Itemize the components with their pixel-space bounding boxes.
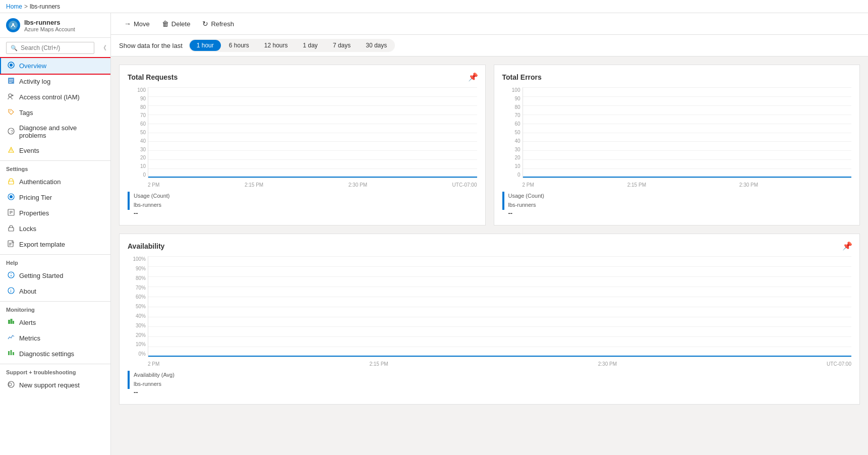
settings-section-label: Settings: [0, 160, 110, 174]
availability-y-labels: 100%90%80%70%60%50%40%30%20%10%0%: [131, 256, 146, 357]
availability-card: Availability 📌 100%90%80%70%60%50%40%30%…: [119, 234, 860, 405]
time-pill-12hours[interactable]: 12 hours: [257, 40, 295, 51]
properties-icon: [7, 209, 15, 217]
svg-rect-23: [9, 227, 14, 231]
total-requests-card: Total Requests 📌 1009080706050403020100: [119, 65, 486, 225]
sidebar-item-authentication[interactable]: Authentication: [0, 174, 110, 190]
total-requests-pin-button[interactable]: 📌: [467, 71, 479, 83]
svg-point-8: [9, 94, 12, 97]
time-pill-30days[interactable]: 30 days: [359, 40, 394, 51]
move-icon: →: [124, 20, 131, 28]
time-pill-1hour[interactable]: 1 hour: [190, 40, 221, 51]
sidebar-item-diagnose[interactable]: ? Diagnose and solve problems: [0, 121, 110, 143]
refresh-icon: ↻: [202, 20, 208, 28]
total-errors-x-labels: 2 PM2:15 PM2:30 PM: [523, 182, 852, 188]
svg-point-40: [9, 383, 12, 386]
total-requests-title: Total Requests: [128, 73, 477, 81]
monitoring-section-label: Monitoring: [0, 301, 110, 315]
total-requests-legend-bar: [128, 192, 130, 210]
svg-rect-6: [9, 81, 13, 81]
sidebar-item-activity-log[interactable]: Activity log: [0, 74, 110, 89]
toolbar: → Move 🗑 Delete ↻ Refresh: [111, 13, 868, 35]
sidebar-item-activity-log-label: Activity log: [19, 78, 50, 85]
svg-point-18: [10, 195, 13, 198]
sidebar-item-access-control[interactable]: Access control (IAM): [0, 89, 110, 105]
tags-icon: [7, 108, 15, 117]
metrics-icon: [7, 334, 15, 343]
availability-legend: Availability (Avg) lbs-runners --: [128, 371, 851, 396]
availability-pin-button[interactable]: 📌: [841, 240, 853, 252]
move-button[interactable]: → Move: [119, 17, 155, 30]
sidebar-item-access-control-label: Access control (IAM): [19, 93, 80, 101]
sidebar-item-pricing-tier[interactable]: Pricing Tier: [0, 190, 110, 205]
sidebar-item-properties[interactable]: Properties: [0, 205, 110, 221]
support-section-label: Support + troubleshooting: [0, 364, 110, 377]
svg-point-1: [12, 23, 14, 25]
svg-text:?: ?: [11, 129, 13, 134]
sidebar-item-metrics[interactable]: Metrics: [0, 330, 110, 346]
resource-header: lbs-runners Azure Maps Account: [0, 13, 110, 38]
sidebar-item-about-label: About: [19, 288, 36, 295]
time-pill-6hours[interactable]: 6 hours: [222, 40, 256, 51]
svg-rect-34: [11, 319, 13, 324]
resource-subtitle: Azure Maps Account: [24, 26, 75, 32]
svg-rect-33: [8, 320, 10, 324]
svg-point-39: [8, 381, 14, 387]
getting-started-icon: [7, 271, 15, 280]
total-requests-x-labels: 2 PM2:15 PM2:30 PMUTC-07:00: [148, 182, 477, 188]
svg-rect-7: [9, 82, 12, 83]
svg-rect-38: [13, 352, 14, 355]
refresh-button[interactable]: ↻ Refresh: [197, 17, 239, 30]
delete-button[interactable]: 🗑 Delete: [157, 17, 196, 30]
diagnose-icon: ?: [7, 128, 15, 136]
sidebar-item-diagnostic-settings-label: Diagnostic settings: [19, 350, 74, 358]
locks-icon: [7, 224, 15, 233]
svg-point-3: [10, 64, 13, 67]
total-requests-legend-label: Usage (Count) lbs-runners: [134, 192, 170, 209]
sidebar-item-overview-label: Overview: [19, 62, 46, 70]
sidebar-item-alerts[interactable]: Alerts: [0, 315, 110, 330]
total-requests-chart: 1009080706050403020100: [148, 87, 477, 178]
delete-icon: 🗑: [162, 20, 169, 28]
availability-legend-bar: [128, 371, 130, 389]
breadcrumb-home[interactable]: Home: [6, 3, 22, 10]
diagnostic-settings-icon: [7, 350, 15, 358]
search-icon: 🔍: [11, 45, 18, 51]
total-errors-legend-bar: [502, 192, 504, 210]
search-input[interactable]: [21, 44, 90, 51]
total-errors-card: Total Errors 1009080706050403020100: [494, 65, 860, 225]
sidebar-item-diagnostic-settings[interactable]: Diagnostic settings: [0, 346, 110, 362]
time-pill-1day[interactable]: 1 day: [296, 40, 325, 51]
svg-rect-5: [9, 79, 13, 80]
sidebar-item-getting-started[interactable]: Getting Started: [0, 268, 110, 283]
sidebar-item-new-support-request[interactable]: New support request: [0, 377, 110, 393]
sidebar-item-alerts-label: Alerts: [19, 319, 36, 326]
collapse-button[interactable]: 《: [98, 43, 108, 53]
total-errors-legend-value: --: [508, 209, 545, 217]
time-pill-7days[interactable]: 7 days: [326, 40, 358, 51]
total-requests-legend: Usage (Count) lbs-runners --: [128, 192, 477, 217]
sidebar-item-export-template-label: Export template: [19, 241, 65, 248]
total-requests-legend-value: --: [134, 209, 170, 217]
sidebar-item-overview[interactable]: Overview: [0, 58, 110, 74]
sidebar-item-events[interactable]: Events: [0, 143, 110, 158]
total-requests-y-labels: 1009080706050403020100: [131, 87, 146, 178]
sidebar-item-tags[interactable]: Tags: [0, 105, 110, 121]
time-range-bar: Show data for the last 1 hour 6 hours 12…: [111, 35, 868, 56]
resource-icon: [6, 18, 20, 32]
sidebar-item-diagnose-label: Diagnose and solve problems: [19, 124, 104, 139]
overview-icon: [7, 62, 15, 70]
help-section-label: Help: [0, 254, 110, 268]
total-errors-legend-label: Usage (Count) lbs-runners: [508, 192, 545, 209]
events-icon: [7, 146, 15, 155]
sidebar-item-about[interactable]: i About: [0, 283, 110, 299]
total-errors-chart: 1009080706050403020100: [523, 87, 852, 178]
support-request-icon: [7, 381, 15, 389]
main-content: → Move 🗑 Delete ↻ Refresh Show data for …: [111, 13, 868, 455]
sidebar-item-export-template[interactable]: Export template: [0, 237, 110, 252]
sidebar-item-authentication-label: Authentication: [19, 178, 61, 186]
access-control-icon: [7, 93, 15, 101]
sidebar-item-locks[interactable]: Locks: [0, 221, 110, 237]
charts-area: Total Requests 📌 1009080706050403020100: [111, 56, 868, 455]
sidebar-item-metrics-label: Metrics: [19, 334, 40, 342]
